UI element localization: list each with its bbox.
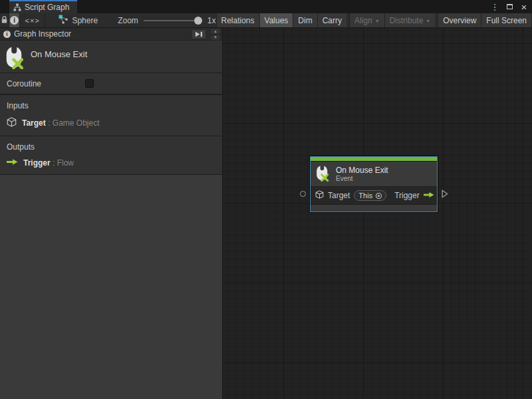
graph-inspector-panel: i Graph Inspector ▲ ▼ — [0, 28, 223, 399]
zoom-control: Zoom 1x — [118, 13, 215, 27]
maximize-icon[interactable] — [504, 1, 515, 12]
coroutine-label: Coroutine — [7, 79, 41, 88]
zoom-label: Zoom — [118, 16, 138, 25]
menu-icon[interactable]: ⋮ — [489, 1, 500, 12]
flow-arrow-icon — [424, 191, 434, 200]
graph-hierarchy-icon — [13, 3, 21, 11]
event-color-bar — [311, 157, 437, 162]
zoom-slider-handle[interactable] — [194, 17, 202, 25]
node-footer — [311, 204, 437, 211]
chevron-down-icon: ▼ — [375, 19, 380, 23]
inputs-header: Inputs — [7, 101, 215, 110]
target-port-label: Target — [328, 191, 350, 200]
flow-arrow-icon — [7, 158, 18, 168]
node-title: On Mouse Exit — [336, 166, 388, 175]
output-port-type: : Flow — [53, 158, 74, 168]
output-connection-port[interactable] — [442, 190, 448, 200]
graph-toolbar: i <×> Sphere Zoom 1x — [0, 13, 532, 28]
info-icon: i — [10, 16, 19, 25]
cube-icon — [315, 190, 324, 201]
outputs-header: Outputs — [7, 142, 215, 152]
code-icon: <×> — [25, 17, 39, 25]
coroutine-checkbox[interactable] — [85, 79, 94, 88]
toolbar-button-fullscreen[interactable]: Full Screen — [481, 13, 532, 27]
tab-script-graph[interactable]: Script Graph — [9, 0, 77, 13]
toolbar-button-carry[interactable]: Carry — [317, 13, 346, 27]
coroutine-row: Coroutine — [0, 73, 222, 95]
output-port-name: Trigger — [23, 158, 51, 168]
code-preview-button[interactable]: <×> — [20, 13, 46, 27]
toolbar-button-dim[interactable]: Dim — [293, 13, 317, 27]
inspector-empty-area — [0, 175, 222, 399]
inspected-node-title: On Mouse Exit — [31, 49, 87, 59]
output-port-row: Trigger : Flow — [7, 158, 215, 168]
panel-stepper: ▲ ▼ — [210, 28, 221, 41]
graph-asset-name: Sphere — [72, 16, 98, 25]
this-target-chip[interactable]: This — [354, 190, 386, 201]
input-port-row: Target : Game Object — [7, 117, 215, 129]
zoom-value: 1x — [207, 16, 216, 25]
tab-label: Script Graph — [25, 3, 69, 12]
tab-bar: Script Graph ⋮ × — [0, 0, 532, 13]
stepper-up-button[interactable]: ▲ — [210, 28, 221, 35]
chevron-down-icon: ▼ — [426, 19, 430, 23]
inspector-toggle-button[interactable]: i — [9, 13, 19, 27]
close-icon[interactable]: × — [519, 1, 529, 12]
node-subtitle: Event — [336, 175, 388, 183]
toolbar-buttons: Relations Values Dim Carry Align ▼ Distr… — [216, 13, 532, 27]
window-controls: ⋮ × — [489, 0, 529, 13]
input-port-type: : Game Object — [48, 118, 99, 128]
outputs-section: Outputs Trigger : Flow — [0, 136, 222, 175]
graph-asset-icon — [59, 15, 68, 26]
mouse-exit-icon — [316, 165, 331, 184]
node-port-row: Target This Trigger — [311, 186, 437, 204]
panel-title: Graph Inspector — [14, 29, 71, 39]
script-graph-window: Script Graph ⋮ × i <×> — [0, 0, 532, 399]
main-area: i Graph Inspector ▲ ▼ — [0, 28, 532, 399]
graph-canvas[interactable]: On Mouse Exit Event Target This — [223, 28, 532, 399]
zoom-slider[interactable] — [144, 17, 202, 24]
dock-icon — [195, 31, 203, 38]
stepper-down-button[interactable]: ▼ — [210, 35, 221, 41]
object-picker-icon — [375, 192, 382, 200]
lock-icon — [1, 15, 8, 26]
inputs-section: Inputs Target : Game Object — [0, 95, 222, 136]
dock-panel-button[interactable] — [192, 29, 206, 39]
input-connection-port[interactable] — [300, 191, 306, 197]
inspected-node-section: On Mouse Exit — [0, 41, 222, 73]
info-icon: i — [3, 31, 11, 38]
toolbar-button-values[interactable]: Values — [259, 13, 293, 27]
toolbar-button-distribute[interactable]: Distribute ▼ — [384, 13, 436, 27]
mouse-exit-icon — [5, 46, 26, 71]
graph-asset-reference[interactable]: Sphere — [59, 13, 98, 27]
graph-inspector-header: i Graph Inspector ▲ ▼ — [0, 28, 222, 41]
input-port-name: Target — [22, 118, 46, 128]
toolbar-button-overview[interactable]: Overview — [438, 13, 481, 27]
toolbar-button-relations[interactable]: Relations — [216, 13, 259, 27]
node-header[interactable]: On Mouse Exit Event — [311, 162, 437, 186]
trigger-port-label: Trigger — [394, 191, 420, 200]
this-chip-label: This — [358, 192, 372, 200]
on-mouse-exit-node[interactable]: On Mouse Exit Event Target This — [310, 156, 438, 212]
lock-button[interactable] — [0, 13, 9, 27]
cube-icon — [7, 117, 17, 129]
toolbar-button-align[interactable]: Align ▼ — [349, 13, 384, 27]
